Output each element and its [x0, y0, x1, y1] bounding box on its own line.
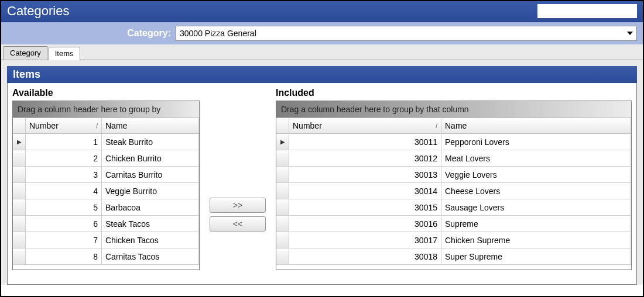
category-select-value: 30000 Pizza General — [180, 29, 256, 38]
row-indicator[interactable] — [276, 167, 289, 182]
available-column-headers: Number / Name — [13, 118, 199, 134]
available-title: Available — [12, 87, 200, 101]
table-row[interactable]: 3Carnitas Burrito — [13, 167, 199, 183]
tab-category[interactable]: Category — [4, 46, 47, 60]
header-search-box[interactable] — [537, 4, 637, 18]
cell-name: Sausage Lovers — [441, 199, 631, 215]
items-panel-header: Items — [7, 66, 637, 83]
available-col-name[interactable]: Name — [102, 118, 199, 133]
table-row[interactable]: 8Carnitas Tacos — [13, 248, 199, 265]
row-indicator[interactable] — [276, 183, 289, 199]
available-group-by-bar[interactable]: Drag a column header here to group by — [13, 101, 199, 118]
cell-name: Chicken Supreme — [441, 232, 631, 248]
available-col-number[interactable]: Number / — [26, 118, 102, 133]
table-row[interactable]: 1Steak Burrito — [13, 134, 199, 150]
cell-number: 30015 — [289, 199, 441, 215]
available-row-selector-header — [13, 118, 26, 133]
content-area: Items Available Drag a column header her… — [1, 60, 643, 285]
cell-number: 3 — [26, 167, 102, 182]
table-row[interactable]: 30018Super Supreme — [276, 248, 631, 265]
table-row[interactable]: 30011Pepporoni Lovers — [276, 134, 631, 150]
available-rows[interactable]: 1Steak Burrito2Chicken Burrito3Carnitas … — [13, 134, 199, 270]
cell-name: Chicken Tacos — [102, 232, 199, 248]
add-all-button[interactable]: >> — [210, 198, 266, 213]
items-panel-body: Available Drag a column header here to g… — [7, 83, 637, 285]
remove-all-button[interactable]: << — [210, 216, 266, 232]
cell-number: 1 — [26, 134, 102, 150]
table-row[interactable]: 30015Sausage Lovers — [276, 199, 631, 216]
row-indicator[interactable] — [276, 150, 289, 166]
included-column: Included Drag a column header here to gr… — [276, 87, 632, 284]
included-col-name[interactable]: Name — [441, 118, 631, 133]
cell-name: Veggie Burrito — [102, 183, 199, 199]
included-rows[interactable]: 30011Pepporoni Lovers30012Meat Lovers300… — [276, 134, 631, 270]
cell-number: 30018 — [289, 248, 441, 264]
transfer-buttons: >> << — [200, 87, 276, 284]
included-row-selector-header — [276, 118, 289, 133]
cell-number: 4 — [26, 183, 102, 199]
row-indicator[interactable] — [276, 248, 289, 264]
table-row[interactable]: 30014Cheese Lovers — [276, 183, 631, 199]
cell-name: Chicken Burrito — [102, 150, 199, 166]
cell-number: 30014 — [289, 183, 441, 199]
row-indicator[interactable] — [276, 216, 289, 232]
row-indicator[interactable] — [13, 134, 26, 150]
category-label: Category: — [7, 28, 171, 39]
row-indicator[interactable] — [13, 167, 26, 182]
table-row[interactable]: 30017Chicken Supreme — [276, 232, 631, 248]
included-grid: Drag a column header here to group by th… — [276, 101, 632, 270]
available-column: Available Drag a column header here to g… — [12, 87, 200, 284]
table-row[interactable]: 6Steak Tacos — [13, 216, 199, 232]
table-row[interactable]: 30013Veggie Lovers — [276, 167, 631, 183]
cell-number: 2 — [26, 150, 102, 166]
page-title: Categories — [7, 4, 69, 19]
cell-name: Steak Burrito — [102, 134, 199, 150]
cell-name: Carnitas Burrito — [102, 167, 199, 182]
category-bar: Category: 30000 Pizza General — [1, 22, 643, 44]
available-grid: Drag a column header here to group by Nu… — [12, 101, 200, 270]
table-row[interactable]: 4Veggie Burrito — [13, 183, 199, 199]
row-indicator[interactable] — [13, 216, 26, 232]
row-indicator[interactable] — [276, 134, 289, 150]
included-col-number[interactable]: Number / — [289, 118, 441, 133]
row-indicator[interactable] — [276, 232, 289, 248]
category-select[interactable]: 30000 Pizza General — [176, 26, 637, 41]
row-indicator[interactable] — [13, 150, 26, 166]
row-indicator[interactable] — [13, 248, 26, 264]
table-row[interactable]: 5Barbacoa — [13, 199, 199, 216]
cell-number: 5 — [26, 199, 102, 215]
cell-number: 30016 — [289, 216, 441, 232]
cell-name: Veggie Lovers — [441, 167, 631, 182]
table-row[interactable]: 2Chicken Burrito — [13, 150, 199, 167]
cell-name: Super Supreme — [441, 248, 631, 264]
cell-number: 30013 — [289, 167, 441, 182]
row-indicator[interactable] — [13, 199, 26, 215]
cell-number: 30012 — [289, 150, 441, 166]
cell-name: Pepporoni Lovers — [441, 134, 631, 150]
chevron-down-icon — [627, 32, 633, 35]
row-indicator[interactable] — [13, 232, 26, 248]
cell-number: 8 — [26, 248, 102, 264]
row-indicator[interactable] — [276, 199, 289, 215]
table-row[interactable]: 30012Meat Lovers — [276, 150, 631, 167]
cell-name: Supreme — [441, 216, 631, 232]
cell-name: Steak Tacos — [102, 216, 199, 232]
cell-number: 30011 — [289, 134, 441, 150]
sort-ascending-icon: / — [96, 123, 98, 129]
cell-name: Barbacoa — [102, 199, 199, 215]
included-column-headers: Number / Name — [276, 118, 631, 134]
page-header: Categories — [1, 1, 643, 22]
included-title: Included — [276, 87, 632, 101]
table-row[interactable]: 7Chicken Tacos — [13, 232, 199, 248]
tab-items[interactable]: Items — [49, 47, 80, 60]
cell-name: Meat Lovers — [441, 150, 631, 166]
cell-number: 7 — [26, 232, 102, 248]
sort-ascending-icon: / — [436, 123, 437, 129]
row-indicator[interactable] — [13, 183, 26, 199]
included-group-by-bar[interactable]: Drag a column header here to group by th… — [276, 101, 631, 118]
tab-strip: Category Items — [1, 44, 643, 60]
cell-name: Cheese Lovers — [441, 183, 631, 199]
table-row[interactable]: 30016Supreme — [276, 216, 631, 232]
cell-number: 30017 — [289, 232, 441, 248]
cell-name: Carnitas Tacos — [102, 248, 199, 264]
